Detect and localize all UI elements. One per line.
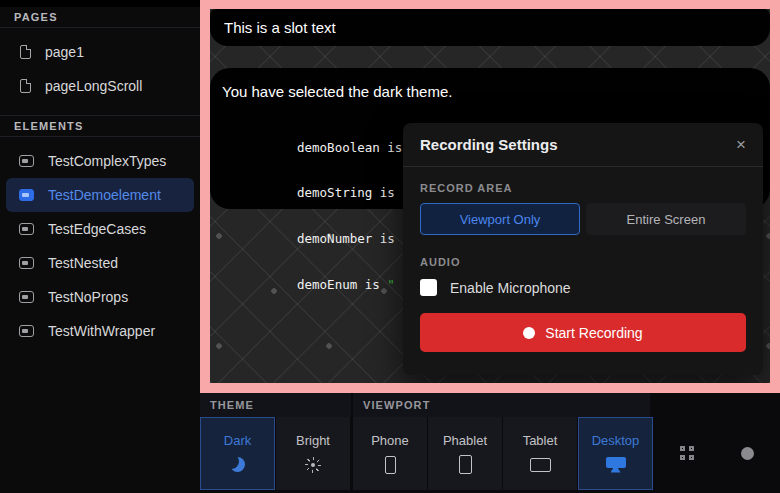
icon-slot — [530, 455, 551, 475]
preview-frame: This is a slot text You have selected th… — [200, 0, 780, 393]
sidebar-item-label: page1 — [45, 44, 84, 60]
code-prop: demoString is — [297, 185, 402, 200]
document-icon — [20, 45, 31, 59]
bottom-toolbar: THEME Dark Bright VIEWPORT Phone Phablet — [200, 393, 780, 493]
viewport-button-label: Tablet — [523, 433, 558, 448]
code-prop: demoEnum is — [297, 277, 387, 292]
sidebar-item-testnested[interactable]: TestNested — [6, 246, 194, 280]
recording-settings-modal: Recording Settings × RECORD AREA Viewpor… — [403, 123, 763, 375]
desktop-icon — [606, 457, 626, 473]
sidebar-top-strip — [0, 0, 200, 7]
element-icon — [19, 325, 34, 337]
audio-label: AUDIO — [420, 256, 746, 268]
start-recording-label: Start Recording — [545, 325, 642, 341]
close-icon[interactable]: × — [736, 136, 746, 153]
theme-group: THEME Dark Bright — [200, 393, 351, 493]
phone-icon — [385, 456, 396, 474]
pages-list: page1 pageLongScroll — [0, 28, 200, 107]
theme-section-label: THEME — [210, 399, 254, 411]
sidebar-item-label: TestComplexTypes — [48, 153, 166, 169]
pages-section-label: PAGES — [14, 11, 58, 23]
element-icon — [19, 189, 34, 201]
modal-body: RECORD AREA Viewport Only Entire Screen … — [403, 167, 763, 352]
theme-buttons: Dark Bright — [200, 417, 351, 490]
element-icon — [19, 155, 34, 167]
record-button-icon[interactable] — [741, 447, 754, 460]
toolbar-right-actions — [654, 413, 780, 493]
sidebar-item-label: pageLongScroll — [45, 78, 142, 94]
sidebar-item-label: TestWithWrapper — [48, 323, 155, 339]
viewport-button-phone[interactable]: Phone — [353, 417, 427, 490]
pages-section-header: PAGES — [0, 7, 200, 28]
sun-icon — [305, 457, 321, 473]
icon-slot — [230, 455, 245, 475]
sidebar-item-label: TestDemoelement — [48, 187, 161, 203]
viewport-section-header: VIEWPORT — [353, 393, 650, 417]
icon-slot — [606, 455, 626, 475]
theme-button-label: Dark — [224, 433, 251, 448]
sidebar-item-label: TestNoProps — [48, 289, 128, 305]
viewport-section-label: VIEWPORT — [363, 399, 430, 411]
viewport-button-label: Phone — [371, 433, 409, 448]
element-icon — [19, 291, 34, 303]
enable-microphone-label: Enable Microphone — [450, 280, 571, 296]
element-icon — [19, 257, 34, 269]
viewport-group: VIEWPORT Phone Phablet Tablet Desktop — [353, 393, 654, 493]
viewport-button-label: Desktop — [592, 433, 640, 448]
viewport-button-phablet[interactable]: Phablet — [428, 417, 502, 490]
phablet-icon — [459, 455, 472, 474]
sidebar-item-testnoprops[interactable]: TestNoProps — [6, 280, 194, 314]
elements-section-label: ELEMENTS — [14, 120, 84, 132]
viewport-button-desktop[interactable]: Desktop — [578, 417, 653, 490]
document-icon — [20, 79, 31, 93]
sidebar-item-testdemoelement[interactable]: TestDemoelement — [6, 178, 194, 212]
code-value: " — [387, 277, 395, 292]
theme-button-dark[interactable]: Dark — [200, 417, 275, 490]
theme-message: You have selected the dark theme. — [222, 83, 758, 100]
element-icon — [19, 223, 34, 235]
code-prop: demoNumber is — [297, 231, 402, 246]
slot-text-banner: This is a slot text — [210, 9, 770, 46]
code-prop: demoBoolean is — [297, 140, 410, 155]
icon-slot — [305, 455, 321, 475]
sidebar-item-testedgecases[interactable]: TestEdgeCases — [6, 212, 194, 246]
slot-text: This is a slot text — [224, 19, 336, 36]
modal-header: Recording Settings × — [403, 123, 763, 167]
viewport-button-label: Phablet — [443, 433, 487, 448]
viewport-button-tablet[interactable]: Tablet — [503, 417, 577, 490]
moon-icon — [230, 457, 245, 472]
entire-screen-button[interactable]: Entire Screen — [586, 203, 746, 235]
theme-button-label: Bright — [296, 433, 330, 448]
viewport-only-button[interactable]: Viewport Only — [420, 203, 580, 235]
elements-list: TestComplexTypes TestDemoelement TestEdg… — [0, 137, 200, 352]
theme-button-bright[interactable]: Bright — [276, 417, 350, 490]
record-area-segmented-control: Viewport Only Entire Screen — [420, 203, 746, 235]
sidebar-item-label: TestNested — [48, 255, 118, 271]
sidebar-item-testwithwrapper[interactable]: TestWithWrapper — [6, 314, 194, 348]
tablet-icon — [530, 458, 551, 472]
sidebar-item-pagelongscroll[interactable]: pageLongScroll — [6, 69, 194, 103]
icon-slot — [385, 455, 396, 475]
viewport-buttons: Phone Phablet Tablet Desktop — [353, 417, 654, 490]
sidebar-item-label: TestEdgeCases — [48, 221, 146, 237]
sidebar-item-testcomplextypes[interactable]: TestComplexTypes — [6, 144, 194, 178]
theme-section-header: THEME — [200, 393, 351, 417]
enable-microphone-row: Enable Microphone — [420, 279, 746, 296]
fullscreen-icon[interactable] — [680, 446, 694, 460]
record-area-label: RECORD AREA — [420, 182, 746, 194]
elements-section-header: ELEMENTS — [0, 115, 200, 137]
start-recording-button[interactable]: Start Recording — [420, 313, 746, 352]
enable-microphone-checkbox[interactable] — [420, 279, 437, 296]
sidebar-item-page1[interactable]: page1 — [6, 35, 194, 69]
modal-title: Recording Settings — [420, 136, 558, 153]
record-dot-icon — [523, 327, 535, 339]
icon-slot — [459, 455, 472, 475]
sidebar: PAGES page1 pageLongScroll ELEMENTS Test… — [0, 0, 200, 493]
